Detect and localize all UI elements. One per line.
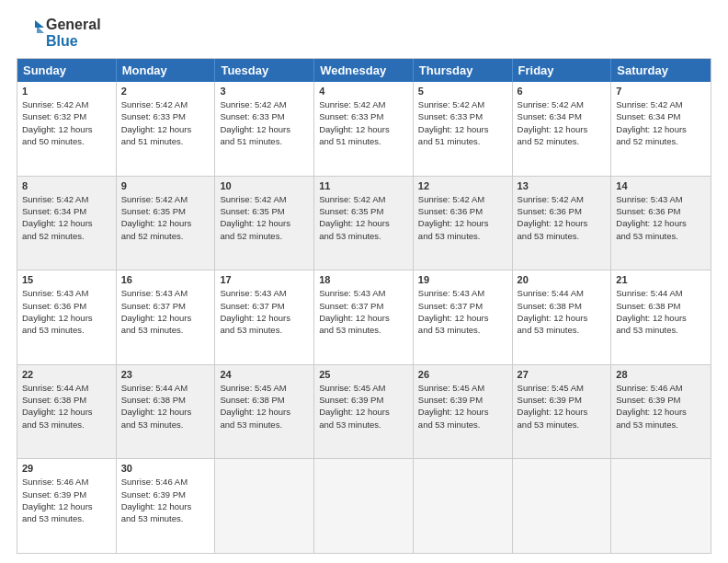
calendar-cell: 23Sunrise: 5:44 AM Sunset: 6:38 PM Dayli… — [117, 365, 216, 459]
svg-marker-0 — [35, 20, 44, 28]
logo-blue: Blue — [46, 33, 101, 50]
calendar-cell: 8Sunrise: 5:42 AM Sunset: 6:34 PM Daylig… — [17, 177, 117, 270]
cell-info: Sunrise: 5:44 AM Sunset: 6:38 PM Dayligh… — [121, 382, 210, 431]
calendar-cell: 21Sunrise: 5:44 AM Sunset: 6:38 PM Dayli… — [611, 270, 711, 364]
cell-info: Sunrise: 5:44 AM Sunset: 6:38 PM Dayligh… — [22, 382, 111, 431]
calendar-cell — [611, 459, 711, 553]
calendar-cell: 20Sunrise: 5:44 AM Sunset: 6:38 PM Dayli… — [513, 270, 612, 364]
cell-info: Sunrise: 5:45 AM Sunset: 6:39 PM Dayligh… — [518, 382, 607, 431]
calendar-cell: 14Sunrise: 5:43 AM Sunset: 6:36 PM Dayli… — [611, 177, 711, 270]
day-number: 2 — [121, 86, 210, 97]
cell-info: Sunrise: 5:43 AM Sunset: 6:37 PM Dayligh… — [418, 287, 507, 336]
calendar: SundayMondayTuesdayWednesdayThursdayFrid… — [17, 58, 711, 554]
calendar-week-row: 15Sunrise: 5:43 AM Sunset: 6:36 PM Dayli… — [17, 270, 711, 364]
cell-info: Sunrise: 5:45 AM Sunset: 6:39 PM Dayligh… — [418, 382, 507, 431]
cell-info: Sunrise: 5:42 AM Sunset: 6:35 PM Dayligh… — [220, 193, 309, 242]
calendar-cell — [513, 459, 612, 553]
calendar-week-row: 1Sunrise: 5:42 AM Sunset: 6:32 PM Daylig… — [17, 82, 711, 176]
calendar-header: SundayMondayTuesdayWednesdayThursdayFrid… — [17, 59, 711, 82]
cell-info: Sunrise: 5:43 AM Sunset: 6:36 PM Dayligh… — [616, 193, 706, 242]
day-number: 1 — [22, 86, 111, 97]
cell-info: Sunrise: 5:42 AM Sunset: 6:32 PM Dayligh… — [22, 98, 111, 147]
calendar-cell: 9Sunrise: 5:42 AM Sunset: 6:35 PM Daylig… — [117, 177, 216, 270]
day-number: 14 — [616, 180, 706, 191]
day-number: 23 — [121, 369, 210, 380]
day-number: 22 — [22, 369, 111, 380]
calendar-header-day: Wednesday — [314, 59, 414, 82]
day-number: 13 — [518, 180, 607, 191]
cell-info: Sunrise: 5:46 AM Sunset: 6:39 PM Dayligh… — [121, 476, 210, 524]
cell-info: Sunrise: 5:42 AM Sunset: 6:34 PM Dayligh… — [22, 193, 111, 242]
day-number: 24 — [220, 369, 309, 380]
cell-info: Sunrise: 5:43 AM Sunset: 6:37 PM Dayligh… — [121, 287, 210, 336]
calendar-week-row: 8Sunrise: 5:42 AM Sunset: 6:34 PM Daylig… — [17, 176, 711, 270]
calendar-week-row: 22Sunrise: 5:44 AM Sunset: 6:38 PM Dayli… — [17, 364, 711, 459]
cell-info: Sunrise: 5:42 AM Sunset: 6:33 PM Dayligh… — [220, 98, 309, 147]
calendar-cell: 13Sunrise: 5:42 AM Sunset: 6:36 PM Dayli… — [513, 177, 612, 270]
cell-info: Sunrise: 5:46 AM Sunset: 6:39 PM Dayligh… — [22, 476, 111, 524]
cell-info: Sunrise: 5:42 AM Sunset: 6:33 PM Dayligh… — [319, 98, 408, 147]
calendar-cell: 10Sunrise: 5:42 AM Sunset: 6:35 PM Dayli… — [215, 177, 314, 270]
cell-info: Sunrise: 5:42 AM Sunset: 6:33 PM Dayligh… — [121, 98, 210, 147]
calendar-cell: 19Sunrise: 5:43 AM Sunset: 6:37 PM Dayli… — [414, 270, 513, 364]
day-number: 30 — [121, 463, 210, 474]
cell-info: Sunrise: 5:42 AM Sunset: 6:33 PM Dayligh… — [418, 98, 507, 147]
logo-general: General — [46, 17, 101, 33]
cell-info: Sunrise: 5:43 AM Sunset: 6:36 PM Dayligh… — [22, 287, 111, 336]
calendar-cell: 3Sunrise: 5:42 AM Sunset: 6:33 PM Daylig… — [215, 82, 314, 176]
calendar-header-day: Tuesday — [215, 59, 314, 82]
calendar-cell: 2Sunrise: 5:42 AM Sunset: 6:33 PM Daylig… — [117, 82, 216, 176]
calendar-cell: 22Sunrise: 5:44 AM Sunset: 6:38 PM Dayli… — [17, 365, 117, 459]
calendar-cell: 4Sunrise: 5:42 AM Sunset: 6:33 PM Daylig… — [314, 82, 414, 176]
cell-info: Sunrise: 5:42 AM Sunset: 6:36 PM Dayligh… — [418, 193, 507, 242]
calendar-header-day: Thursday — [414, 59, 513, 82]
calendar-cell: 1Sunrise: 5:42 AM Sunset: 6:32 PM Daylig… — [17, 82, 117, 176]
calendar-cell — [314, 459, 414, 553]
day-number: 16 — [121, 274, 210, 285]
cell-info: Sunrise: 5:45 AM Sunset: 6:39 PM Dayligh… — [319, 382, 408, 431]
calendar-cell — [414, 459, 513, 553]
day-number: 27 — [518, 369, 607, 380]
cell-info: Sunrise: 5:42 AM Sunset: 6:34 PM Dayligh… — [518, 98, 607, 147]
calendar-cell: 7Sunrise: 5:42 AM Sunset: 6:34 PM Daylig… — [611, 82, 711, 176]
calendar-cell: 18Sunrise: 5:43 AM Sunset: 6:37 PM Dayli… — [314, 270, 414, 364]
day-number: 20 — [518, 274, 607, 285]
calendar-cell: 6Sunrise: 5:42 AM Sunset: 6:34 PM Daylig… — [513, 82, 612, 176]
day-number: 11 — [319, 180, 408, 191]
page: General Blue SundayMondayTuesdayWednesda… — [0, 0, 728, 563]
logo: General Blue — [17, 17, 101, 49]
day-number: 18 — [319, 274, 408, 285]
header: General Blue — [17, 17, 711, 49]
day-number: 10 — [220, 180, 309, 191]
calendar-cell: 29Sunrise: 5:46 AM Sunset: 6:39 PM Dayli… — [17, 459, 117, 553]
calendar-header-day: Friday — [513, 59, 612, 82]
calendar-cell: 11Sunrise: 5:42 AM Sunset: 6:35 PM Dayli… — [314, 177, 414, 270]
calendar-header-day: Saturday — [611, 59, 711, 82]
calendar-cell: 17Sunrise: 5:43 AM Sunset: 6:37 PM Dayli… — [215, 270, 314, 364]
day-number: 12 — [418, 180, 507, 191]
day-number: 25 — [319, 369, 408, 380]
day-number: 8 — [22, 180, 111, 191]
day-number: 21 — [616, 274, 706, 285]
day-number: 19 — [418, 274, 507, 285]
calendar-cell: 24Sunrise: 5:45 AM Sunset: 6:38 PM Dayli… — [215, 365, 314, 459]
cell-info: Sunrise: 5:44 AM Sunset: 6:38 PM Dayligh… — [518, 287, 607, 336]
calendar-cell: 12Sunrise: 5:42 AM Sunset: 6:36 PM Dayli… — [414, 177, 513, 270]
day-number: 6 — [518, 86, 607, 97]
cell-info: Sunrise: 5:42 AM Sunset: 6:36 PM Dayligh… — [518, 193, 607, 242]
calendar-cell: 28Sunrise: 5:46 AM Sunset: 6:39 PM Dayli… — [611, 365, 711, 459]
day-number: 29 — [22, 463, 111, 474]
calendar-header-day: Monday — [117, 59, 216, 82]
cell-info: Sunrise: 5:43 AM Sunset: 6:37 PM Dayligh… — [220, 287, 309, 336]
day-number: 26 — [418, 369, 507, 380]
day-number: 17 — [220, 274, 309, 285]
day-number: 9 — [121, 180, 210, 191]
cell-info: Sunrise: 5:45 AM Sunset: 6:38 PM Dayligh… — [220, 382, 309, 431]
cell-info: Sunrise: 5:42 AM Sunset: 6:35 PM Dayligh… — [319, 193, 408, 242]
calendar-cell: 26Sunrise: 5:45 AM Sunset: 6:39 PM Dayli… — [414, 365, 513, 459]
calendar-cell: 16Sunrise: 5:43 AM Sunset: 6:37 PM Dayli… — [117, 270, 216, 364]
calendar-header-day: Sunday — [17, 59, 117, 82]
cell-info: Sunrise: 5:43 AM Sunset: 6:37 PM Dayligh… — [319, 287, 408, 336]
day-number: 7 — [616, 86, 706, 97]
cell-info: Sunrise: 5:42 AM Sunset: 6:34 PM Dayligh… — [616, 98, 706, 147]
